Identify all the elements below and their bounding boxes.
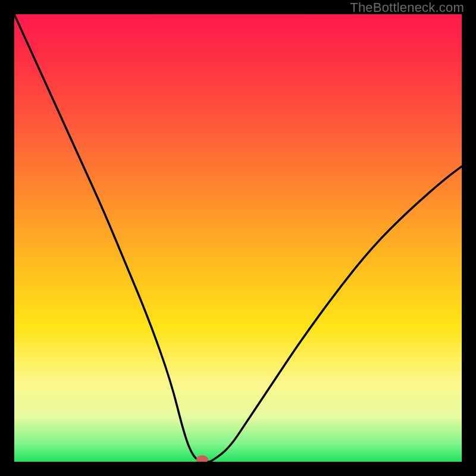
bottleneck-curve (14, 14, 462, 462)
outer-frame: TheBottleneck.com (0, 0, 476, 476)
curve-svg (14, 14, 462, 462)
minimum-marker (196, 455, 208, 462)
watermark-text: TheBottleneck.com (350, 0, 464, 15)
plot-area (14, 14, 462, 462)
